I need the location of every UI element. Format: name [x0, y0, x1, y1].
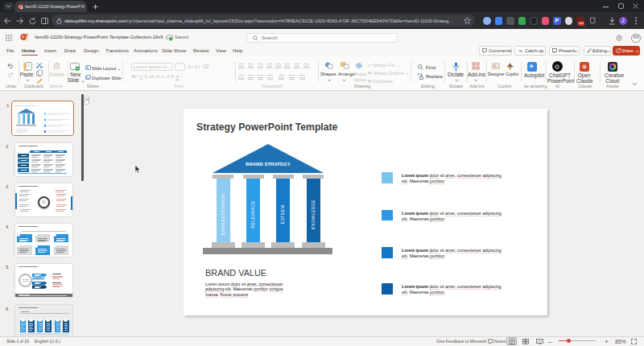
svg-text:P: P: [22, 35, 25, 39]
